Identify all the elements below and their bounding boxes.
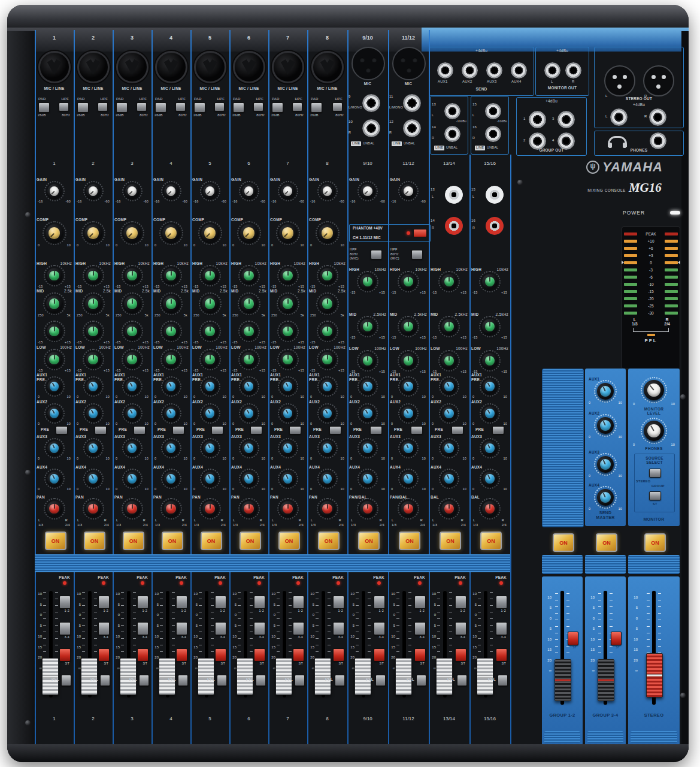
aux3-knob[interactable] — [203, 441, 217, 455]
channel-on-button[interactable]: ON — [84, 532, 105, 550]
pan-knob[interactable] — [401, 501, 416, 517]
eq-mid-knob[interactable] — [202, 324, 218, 339]
gain-knob[interactable] — [320, 184, 335, 198]
pan-knob[interactable] — [280, 501, 296, 517]
assign-ST-button[interactable] — [215, 648, 226, 662]
pre-switch[interactable] — [451, 426, 463, 434]
aux4-knob[interactable] — [203, 472, 217, 486]
eq-mid-freq-knob[interactable] — [46, 295, 63, 312]
channel-on-button[interactable]: ON — [162, 532, 183, 550]
assign-3-4-button[interactable] — [293, 622, 304, 635]
channel-fader[interactable] — [198, 658, 214, 695]
eq-mid-freq-knob[interactable] — [280, 295, 296, 312]
channel-fader[interactable] — [275, 658, 292, 695]
hpf-switch[interactable] — [292, 102, 302, 111]
pre-switch[interactable] — [492, 426, 504, 434]
pad-switch[interactable] — [38, 102, 50, 113]
eq-mid-knob[interactable] — [125, 324, 140, 339]
pfl-button[interactable] — [100, 675, 110, 686]
eq-high-knob[interactable] — [86, 268, 101, 283]
comp-knob[interactable] — [123, 224, 141, 242]
pan-knob[interactable] — [441, 501, 457, 517]
pan-knob[interactable] — [320, 501, 335, 517]
aux2-knob[interactable] — [86, 406, 101, 421]
aux3-knob[interactable] — [483, 441, 497, 455]
pad-switch[interactable] — [116, 102, 128, 113]
aux1-knob[interactable] — [442, 379, 456, 394]
channel-fader[interactable] — [314, 658, 331, 695]
gain-knob[interactable] — [281, 184, 295, 198]
assign-ST-button[interactable] — [455, 648, 466, 662]
channel-on-button[interactable]: ON — [399, 532, 420, 550]
phones-level-knob[interactable] — [644, 421, 664, 441]
assign-ST-button[interactable] — [496, 648, 507, 662]
assign-1-2-button[interactable] — [333, 596, 344, 609]
pan-knob[interactable] — [202, 501, 218, 517]
eq-mid-knob[interactable] — [163, 324, 179, 339]
comp-knob[interactable] — [319, 224, 337, 242]
group-3-4-on-button[interactable]: ON — [596, 533, 617, 552]
aux4-knob[interactable] — [360, 472, 375, 486]
channel-fader[interactable] — [159, 658, 175, 695]
aux1-knob[interactable] — [242, 379, 256, 394]
comp-knob[interactable] — [240, 224, 258, 242]
comp-knob[interactable] — [279, 224, 297, 242]
pad-switch[interactable] — [194, 102, 205, 113]
comp-knob[interactable] — [84, 224, 102, 242]
assign-3-4-button[interactable] — [374, 622, 385, 635]
channel-on-button[interactable]: ON — [480, 532, 502, 550]
eq-high-knob[interactable] — [482, 274, 498, 289]
eq-high-knob[interactable] — [163, 268, 179, 283]
pan-knob[interactable] — [163, 501, 179, 517]
aux3-knob[interactable] — [401, 441, 416, 455]
gain-knob[interactable] — [125, 184, 140, 198]
eq-high-knob[interactable] — [360, 274, 375, 289]
eq-mid-freq-knob[interactable] — [124, 295, 141, 312]
eq-mid-knob[interactable] — [441, 319, 457, 334]
assign-3-4-button[interactable] — [254, 622, 265, 635]
aux4-knob[interactable] — [47, 472, 62, 486]
eq-low-knob[interactable] — [401, 353, 416, 369]
aux4-knob[interactable] — [442, 472, 456, 486]
eq-mid-knob[interactable] — [360, 319, 375, 334]
pre-switch[interactable] — [56, 426, 68, 434]
aux4-knob[interactable] — [242, 472, 256, 486]
hpf-switch[interactable] — [137, 102, 147, 111]
eq-low-knob[interactable] — [320, 352, 335, 367]
eq-low-knob[interactable] — [280, 352, 296, 367]
eq-low-knob[interactable] — [360, 353, 375, 369]
aux4-knob[interactable] — [86, 472, 101, 486]
channel-fader[interactable] — [42, 658, 59, 695]
pad-switch[interactable] — [311, 102, 322, 113]
send-master-aux2-knob[interactable] — [597, 417, 614, 434]
eq-low-knob[interactable] — [241, 352, 257, 367]
channel-fader[interactable] — [237, 658, 253, 695]
eq-low-knob[interactable] — [441, 353, 457, 369]
aux1-knob[interactable] — [360, 379, 375, 394]
group-1-2-fader[interactable] — [554, 659, 571, 701]
assign-1-2-button[interactable] — [455, 596, 466, 609]
channel-on-button[interactable]: ON — [123, 532, 144, 550]
channel-on-button[interactable]: ON — [201, 532, 222, 550]
aux2-knob[interactable] — [320, 406, 335, 421]
assign-1-2-button[interactable] — [176, 596, 187, 609]
pre-switch[interactable] — [329, 426, 341, 434]
pan-knob[interactable] — [241, 501, 257, 517]
hpf-switch[interactable] — [98, 102, 108, 111]
aux2-knob[interactable] — [242, 406, 256, 421]
aux1-knob[interactable] — [281, 379, 295, 394]
eq-high-knob[interactable] — [125, 268, 140, 283]
aux2-knob[interactable] — [401, 406, 416, 421]
eq-mid-knob[interactable] — [86, 324, 101, 339]
aux3-knob[interactable] — [281, 441, 295, 455]
aux3-knob[interactable] — [125, 441, 140, 455]
channel-fader[interactable] — [81, 658, 98, 695]
hpf-mic-switch[interactable] — [371, 250, 382, 259]
eq-high-knob[interactable] — [202, 268, 218, 283]
aux2-knob[interactable] — [360, 406, 375, 421]
aux2-knob[interactable] — [203, 406, 217, 421]
eq-mid-freq-knob[interactable] — [319, 295, 336, 312]
channel-fader[interactable] — [354, 658, 371, 695]
assign-ST-button[interactable] — [59, 648, 71, 662]
assign-ST-button[interactable] — [374, 648, 385, 662]
